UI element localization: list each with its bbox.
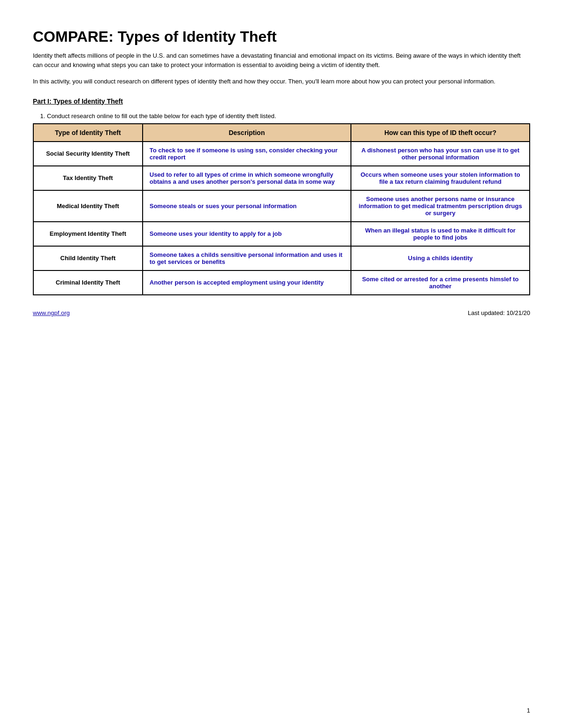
- footer-date: Last updated: 10/21/20: [468, 309, 530, 316]
- cell-occur-1: Occurs when someone uses your stolen inf…: [351, 166, 530, 190]
- footer: www.ngpf.org Last updated: 10/21/20: [33, 309, 530, 316]
- cell-type-3: Employment Identity Theft: [33, 222, 143, 246]
- instruction-item: Conduct research online to fill out the …: [47, 113, 530, 120]
- col-type-header: Type of Identity Theft: [33, 124, 143, 142]
- table-row: Child Identity TheftSomeone takes a chil…: [33, 246, 530, 270]
- table-row: Employment Identity TheftSomeone uses yo…: [33, 222, 530, 246]
- page-title: COMPARE: Types of Identity Theft: [33, 28, 530, 45]
- table-row: Criminal Identity TheftAnother person is…: [33, 270, 530, 295]
- cell-type-4: Child Identity Theft: [33, 246, 143, 270]
- col-occur-header: How can this type of ID theft occur?: [351, 124, 530, 142]
- cell-type-0: Social Security Identity Theft: [33, 142, 143, 166]
- cell-desc-0: To check to see if someone is using ssn,…: [143, 142, 351, 166]
- cell-desc-3: Someone uses your identity to apply for …: [143, 222, 351, 246]
- page-number: 1: [527, 707, 530, 714]
- table-row: Medical Identity TheftSomeone steals or …: [33, 190, 530, 222]
- cell-desc-5: Another person is accepted employment us…: [143, 270, 351, 295]
- intro-paragraph-2: In this activity, you will conduct resea…: [33, 77, 530, 86]
- col-desc-header: Description: [143, 124, 351, 142]
- cell-type-5: Criminal Identity Theft: [33, 270, 143, 295]
- cell-desc-4: Someone takes a childs sensitive persona…: [143, 246, 351, 270]
- cell-occur-5: Some cited or arrested for a crime prese…: [351, 270, 530, 295]
- table-row: Social Security Identity TheftTo check t…: [33, 142, 530, 166]
- cell-desc-2: Someone steals or sues your personal inf…: [143, 190, 351, 222]
- cell-occur-0: A dishonest person who has your ssn can …: [351, 142, 530, 166]
- cell-type-2: Medical Identity Theft: [33, 190, 143, 222]
- table-row: Tax Identity TheftUsed to refer to all t…: [33, 166, 530, 190]
- footer-link[interactable]: www.ngpf.org: [33, 309, 70, 316]
- cell-desc-1: Used to refer to all types of crime in w…: [143, 166, 351, 190]
- cell-occur-4: Using a childs identity: [351, 246, 530, 270]
- identity-theft-table: Type of Identity Theft Description How c…: [33, 123, 530, 295]
- intro-paragraph-1: Identity theft affects millions of peopl…: [33, 51, 530, 69]
- part-heading: Part I: Types of Identity Theft: [33, 98, 530, 105]
- table-header-row: Type of Identity Theft Description How c…: [33, 124, 530, 142]
- cell-type-1: Tax Identity Theft: [33, 166, 143, 190]
- cell-occur-2: Someone uses another persons name or ins…: [351, 190, 530, 222]
- cell-occur-3: When an illegal status is used to make i…: [351, 222, 530, 246]
